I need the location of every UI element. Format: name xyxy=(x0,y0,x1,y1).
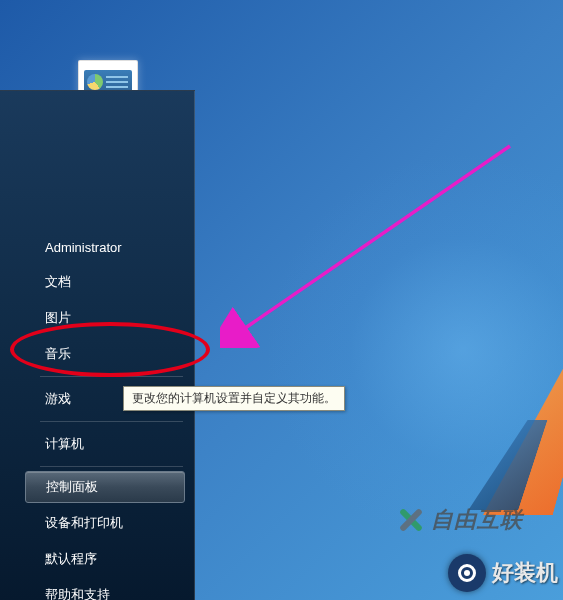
menu-item-label: 文档 xyxy=(45,274,71,289)
menu-item-help-support[interactable]: 帮助和支持 xyxy=(0,577,195,600)
start-menu-right-panel: Administrator 文档 图片 音乐 游戏 计算机 控制面板 设备和打印… xyxy=(0,90,195,600)
x-logo-icon xyxy=(397,506,425,534)
menu-item-label: 音乐 xyxy=(45,346,71,361)
menu-item-label: 游戏 xyxy=(45,391,71,406)
menu-item-control-panel[interactable]: 控制面板 xyxy=(25,471,185,503)
annotation-arrow-icon xyxy=(220,138,520,348)
menu-item-documents[interactable]: 文档 xyxy=(0,264,195,300)
menu-separator xyxy=(40,466,183,467)
svg-line-1 xyxy=(238,146,510,333)
camera-circle-icon xyxy=(448,554,486,592)
menu-item-label: 图片 xyxy=(45,310,71,325)
menu-separator xyxy=(40,421,183,422)
menu-item-label: 设备和打印机 xyxy=(45,515,123,530)
menu-item-devices-printers[interactable]: 设备和打印机 xyxy=(0,505,195,541)
menu-item-default-programs[interactable]: 默认程序 xyxy=(0,541,195,577)
menu-item-music[interactable]: 音乐 xyxy=(0,336,195,372)
watermark-ziyouhulian: 自由互联 xyxy=(397,505,523,535)
menu-item-label: 计算机 xyxy=(45,436,84,451)
menu-item-administrator[interactable]: Administrator xyxy=(0,231,195,264)
menu-item-pictures[interactable]: 图片 xyxy=(0,300,195,336)
menu-separator xyxy=(40,376,183,377)
tooltip: 更改您的计算机设置并自定义其功能。 xyxy=(123,386,345,411)
menu-item-computer[interactable]: 计算机 xyxy=(0,426,195,462)
start-menu-list: Administrator 文档 图片 音乐 游戏 计算机 控制面板 设备和打印… xyxy=(0,231,195,600)
menu-item-label: Administrator xyxy=(45,240,122,255)
watermark-text: 好装机 xyxy=(492,558,558,588)
menu-item-label: 控制面板 xyxy=(46,479,98,494)
menu-item-label: 帮助和支持 xyxy=(45,587,110,600)
watermark-text: 自由互联 xyxy=(431,505,523,535)
watermark-haozhuangji: 好装机 xyxy=(448,554,558,592)
menu-item-label: 默认程序 xyxy=(45,551,97,566)
tooltip-text: 更改您的计算机设置并自定义其功能。 xyxy=(132,391,336,405)
